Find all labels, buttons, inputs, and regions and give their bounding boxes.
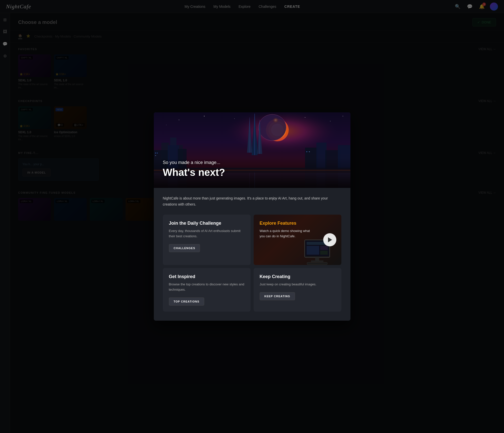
keep-creating-button[interactable]: KEEP CREATING (260, 292, 295, 300)
whats-next-modal: So you made a nice image... What's next?… (154, 112, 350, 320)
keep-creating-desc: Just keep on creating beautiful images. (260, 282, 335, 287)
svg-rect-32 (155, 155, 156, 156)
keep-creating-title: Keep Creating (260, 274, 335, 279)
modal-desc-em: enjoy (269, 196, 277, 200)
inspired-title: Get Inspired (169, 274, 245, 279)
feature-card-inspired: Get Inspired Browse the top creations to… (163, 268, 251, 312)
svg-point-12 (166, 125, 166, 125)
explore-title: Explore Features (260, 221, 335, 226)
challenge-title: Join the Daily Challenge (169, 221, 245, 226)
top-creations-button[interactable]: TOP CREATIONS (169, 297, 204, 306)
feature-grid: Join the Daily Challenge Every day, thou… (163, 215, 341, 312)
feature-card-explore: Explore Features Watch a quick demo show… (254, 215, 341, 265)
explore-desc: Watch a quick demo showing what you can … (260, 228, 310, 239)
svg-point-11 (330, 121, 331, 122)
modal-desc-text: NightCafe is about more than just genera… (163, 196, 268, 200)
svg-rect-30 (155, 153, 156, 153)
svg-point-10 (305, 117, 305, 118)
modal-overlay: So you made a nice image... What's next?… (0, 0, 504, 433)
svg-point-9 (234, 119, 235, 119)
svg-rect-34 (309, 151, 310, 152)
challenges-button[interactable]: CHALLENGES (169, 244, 200, 252)
modal-hero: So you made a nice image... What's next? (154, 112, 350, 188)
svg-rect-49 (307, 262, 327, 264)
svg-point-8 (204, 116, 204, 116)
challenge-desc: Every day, thousands of AI Art enthusias… (169, 228, 245, 239)
svg-rect-48 (311, 260, 323, 262)
svg-point-6 (258, 114, 286, 141)
svg-point-13 (342, 116, 343, 116)
hero-subtitle: So you made a nice image... (163, 160, 225, 165)
inspired-desc: Browse the top creations to discover new… (169, 282, 245, 292)
svg-rect-44 (307, 246, 319, 255)
hero-text-overlay: So you made a nice image... What's next? (163, 160, 225, 178)
svg-rect-45 (320, 246, 328, 250)
play-triangle-icon (328, 237, 332, 242)
svg-rect-33 (306, 151, 307, 152)
modal-body: NightCafe is about more than just genera… (154, 188, 350, 320)
svg-rect-46 (320, 251, 328, 255)
modal-description: NightCafe is about more than just genera… (163, 195, 341, 208)
svg-rect-47 (315, 257, 319, 261)
svg-point-7 (179, 120, 179, 120)
svg-rect-31 (157, 153, 158, 153)
feature-card-keep-creating: Keep Creating Just keep on creating beau… (254, 268, 341, 312)
play-button[interactable] (323, 233, 336, 246)
hero-title: What's next? (163, 167, 225, 178)
feature-card-challenge: Join the Daily Challenge Every day, thou… (163, 215, 251, 265)
